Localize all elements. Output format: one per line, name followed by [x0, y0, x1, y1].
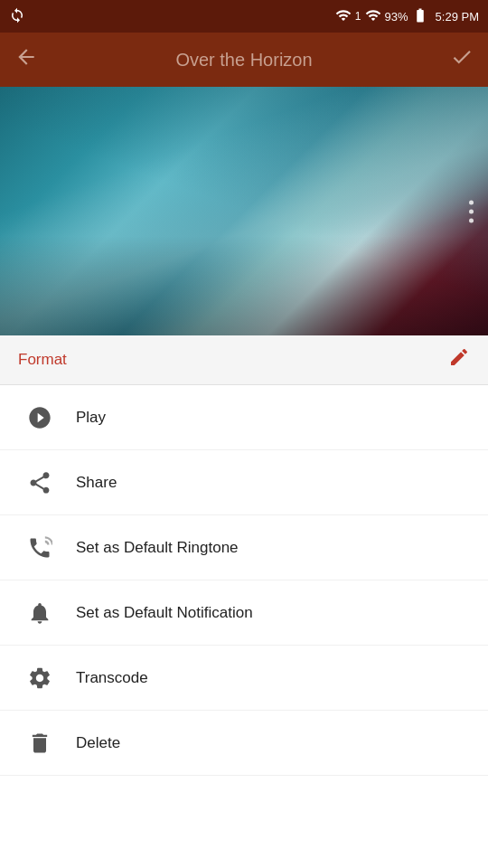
dot-2: [469, 209, 474, 213]
ringtone-menu-item[interactable]: Set as Default Ringtone: [0, 515, 488, 580]
notification-menu-item[interactable]: Set as Default Notification: [0, 580, 488, 646]
transcode-menu-item[interactable]: Transcode: [0, 646, 488, 711]
sync-icon: [9, 7, 25, 26]
dot-1: [469, 200, 474, 204]
share-label: Share: [76, 474, 117, 492]
signal-icon: [365, 7, 381, 26]
format-section: Format: [0, 335, 488, 385]
album-background: [0, 87, 488, 335]
phone-icon: [18, 535, 61, 561]
play-icon: [18, 405, 61, 430]
battery-icon: [412, 7, 428, 26]
share-icon: [18, 470, 61, 495]
delete-label: Delete: [76, 734, 120, 752]
transcode-label: Transcode: [76, 669, 148, 687]
wifi-icon: [335, 7, 352, 26]
status-bar: 1 93% 5:29 PM: [0, 0, 488, 33]
battery-text: 93%: [385, 10, 408, 24]
sim-icon: 1: [355, 10, 361, 23]
play-label: Play: [76, 409, 106, 427]
dot-3: [469, 218, 474, 222]
menu-list: Play Share Set as Default Ringtone Set a…: [0, 385, 488, 776]
page-title: Over the Horizon: [175, 50, 312, 71]
ringtone-label: Set as Default Ringtone: [76, 539, 239, 557]
status-right: 1 93% 5:29 PM: [335, 7, 479, 26]
trash-icon: [18, 731, 61, 756]
overflow-menu-button[interactable]: [469, 200, 474, 222]
status-left: [9, 7, 25, 26]
top-bar: Over the Horizon: [0, 33, 488, 87]
delete-menu-item[interactable]: Delete: [0, 711, 488, 776]
time-display: 5:29 PM: [436, 10, 479, 24]
back-button[interactable]: [14, 45, 38, 74]
format-label: Format: [18, 351, 67, 369]
confirm-button[interactable]: [450, 45, 474, 74]
album-art: [0, 87, 488, 335]
bell-icon: [18, 600, 61, 626]
share-menu-item[interactable]: Share: [0, 450, 488, 515]
edit-icon[interactable]: [448, 346, 470, 373]
notification-label: Set as Default Notification: [76, 604, 253, 622]
settings-icon: [18, 665, 61, 691]
play-menu-item[interactable]: Play: [0, 385, 488, 450]
